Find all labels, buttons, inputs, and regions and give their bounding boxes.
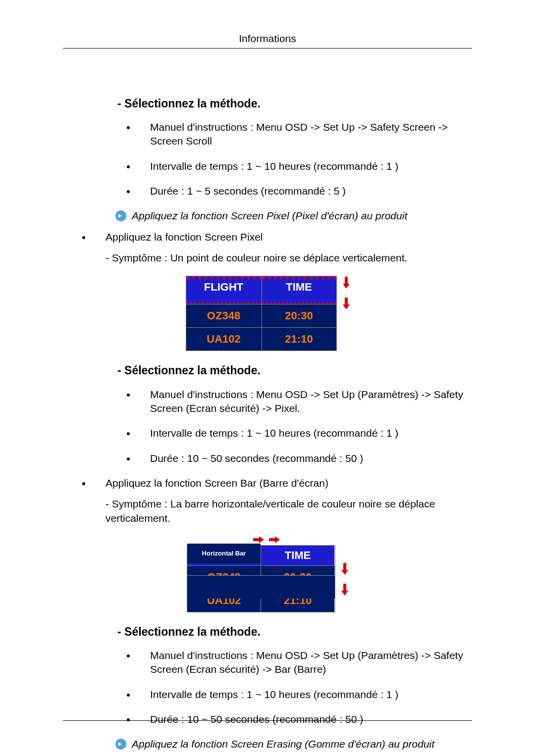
- section-title-2: - Sélectionnez la méthode.: [117, 363, 472, 378]
- note-text: Appliquez la fonction Screen Pixel (Pixe…: [132, 210, 407, 221]
- document-page: Informations - Sélectionnez la méthode. …: [0, 0, 535, 756]
- symptom-bar: - Symptôme : La barre horizontale/vertic…: [106, 497, 472, 525]
- list-item: Appliquez la fonction Screen Bar (Barre …: [92, 476, 472, 525]
- arrow-right-icon: [253, 536, 266, 543]
- list-item: Durée : 10 ~ 50 secondes (recommandé : 5…: [136, 452, 472, 465]
- table-header-flight: FLIGHT: [186, 276, 262, 304]
- list-item: Durée : 1 ~ 5 secondes (recommandé : 5 ): [136, 184, 472, 198]
- arrow-down-icon: [343, 298, 350, 310]
- figure-pixel: FLIGHT TIME OZ348 20:30 UA102 21:10: [63, 276, 472, 351]
- horizontal-bar-overlay: [187, 575, 335, 599]
- arrow-down-icon: [341, 584, 348, 597]
- flight-table-bar: FLIGHT Horizontal Bar TIME OZ348 20:30 U…: [187, 545, 335, 612]
- content-area: - Sélectionnez la méthode. Manuel d'inst…: [63, 84, 472, 756]
- list-item: Durée : 10 ~ 50 secondes (recommandé : 5…: [136, 712, 472, 726]
- note-pixel: Appliquez la fonction Screen Pixel (Pixe…: [115, 209, 472, 223]
- list-item: Intervalle de temps : 1 ~ 10 heures (rec…: [136, 688, 472, 702]
- section-title-3: - Sélectionnez la méthode.: [117, 624, 472, 640]
- arrow-down-icon: [341, 563, 348, 576]
- section1-list: Manuel d'instructions : Menu OSD -> Set …: [136, 120, 472, 198]
- table-header-flight: FLIGHT Horizontal Bar: [187, 546, 261, 565]
- list-item-text: Appliquez la fonction Screen Pixel: [106, 231, 263, 243]
- pixel-list: Appliquez la fonction Screen Pixel - Sym…: [92, 230, 472, 265]
- section3-list: Manuel d'instructions : Menu OSD -> Set …: [136, 649, 472, 726]
- bullet-arrow-icon: [115, 739, 126, 750]
- vertical-arrows: [343, 276, 350, 310]
- list-item: Manuel d'instructions : Menu OSD -> Set …: [136, 649, 472, 677]
- note-erasing: Appliquez la fonction Screen Erasing (Go…: [115, 737, 472, 751]
- vertical-arrows: [341, 545, 348, 597]
- symptom-pixel: - Symptôme : Un point de couleur noire s…: [106, 251, 472, 265]
- section-title-1: - Sélectionnez la méthode.: [117, 96, 472, 111]
- page-header: Informations: [0, 32, 535, 46]
- table-cell: 21:10: [262, 327, 336, 351]
- table-header-time: TIME: [262, 276, 336, 304]
- table-header-time: TIME: [261, 546, 334, 565]
- note-text: Appliquez la fonction Screen Erasing (Go…: [132, 738, 434, 750]
- arrow-down-icon: [343, 277, 350, 290]
- arrow-right-icon: [269, 536, 282, 543]
- list-item: Intervalle de temps : 1 ~ 10 heures (rec…: [136, 159, 472, 173]
- table-cell: OZ348: [186, 304, 262, 327]
- bottom-rule: [63, 720, 472, 721]
- table-cell: 20:30: [262, 304, 336, 327]
- list-item-text: Appliquez la fonction Screen Bar (Barre …: [106, 477, 328, 489]
- list-item: Intervalle de temps : 1 ~ 10 heures (rec…: [136, 426, 472, 440]
- bullet-arrow-icon: [115, 210, 126, 221]
- table-cell: UA102: [186, 327, 262, 351]
- horizontal-bar-label: Horizontal Bar: [187, 544, 261, 563]
- list-item: Manuel d'instructions : Menu OSD -> Set …: [136, 120, 472, 149]
- bar-list: Appliquez la fonction Screen Bar (Barre …: [92, 476, 472, 525]
- figure-bar: FLIGHT Horizontal Bar TIME OZ348 20:30 U…: [63, 536, 472, 612]
- section2-list: Manuel d'instructions : Menu OSD -> Set …: [136, 388, 472, 465]
- list-item: Manuel d'instructions : Menu OSD -> Set …: [136, 388, 472, 416]
- flight-table-pixel: FLIGHT TIME OZ348 20:30 UA102 21:10: [186, 276, 337, 351]
- top-rule: [63, 48, 472, 49]
- list-item: Appliquez la fonction Screen Pixel - Sym…: [92, 230, 472, 265]
- horizontal-arrows: [253, 536, 282, 543]
